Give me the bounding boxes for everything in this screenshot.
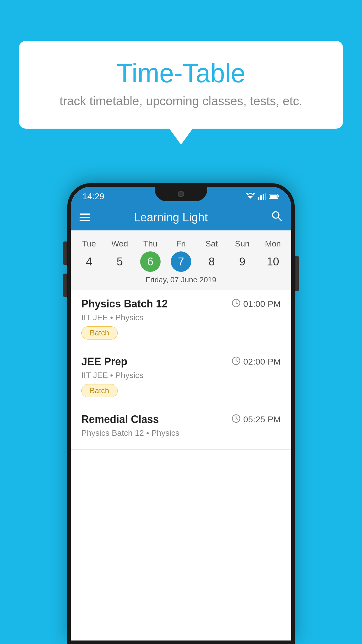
- day-header-6: Mon: [258, 236, 288, 251]
- day-header-1: Wed: [104, 236, 135, 251]
- phone-notch: [155, 187, 207, 201]
- svg-rect-4: [265, 193, 266, 200]
- svg-line-9: [278, 217, 281, 220]
- volume-up-button[interactable]: [63, 242, 67, 265]
- schedule-container: Physics Batch 12 01:00 PM IIT JEE • Phys…: [71, 290, 291, 450]
- schedule-item-title-1: JEE Prep: [81, 356, 127, 368]
- status-icons: [246, 193, 280, 200]
- selected-date-label: Friday, 07 June 2019: [71, 272, 291, 290]
- calendar-day-9[interactable]: 9: [232, 251, 252, 272]
- calendar-day-4[interactable]: 4: [79, 251, 99, 272]
- front-camera: [178, 191, 184, 197]
- status-time: 14:29: [82, 191, 104, 201]
- calendar-day-10[interactable]: 10: [263, 251, 283, 272]
- speech-bubble-subtitle: track timetable, upcoming classes, tests…: [42, 94, 320, 108]
- schedule-item-time-1: 02:00 PM: [232, 356, 281, 367]
- calendar-day-8[interactable]: 8: [201, 251, 222, 272]
- day-headers: Tue Wed Thu Fri Sat Sun Mon: [71, 236, 291, 251]
- schedule-item-subtitle-0: IIT JEE • Physics: [81, 313, 281, 322]
- day-header-2: Thu: [135, 236, 166, 251]
- app-title: Learning Light: [99, 211, 243, 224]
- svg-rect-2: [260, 195, 262, 200]
- batch-badge-1: Batch: [81, 384, 118, 397]
- schedule-item-time-2: 05:25 PM: [232, 414, 281, 425]
- battery-icon: [269, 193, 280, 199]
- schedule-item-time-0: 01:00 PM: [232, 299, 281, 309]
- clock-icon-0: [232, 299, 240, 309]
- calendar-day-7[interactable]: 7: [171, 251, 191, 272]
- svg-line-15: [236, 361, 238, 362]
- schedule-item-1[interactable]: JEE Prep 02:00 PM IIT JEE • Physics: [71, 347, 291, 405]
- svg-marker-0: [248, 196, 253, 199]
- svg-rect-6: [278, 195, 279, 197]
- calendar-strip: Tue Wed Thu Fri Sat Sun Mon 4 5 6 7 8 9 …: [71, 230, 291, 290]
- day-numbers: 4 5 6 7 8 9 10: [71, 251, 291, 272]
- clock-icon-1: [232, 356, 240, 367]
- volume-down-button[interactable]: [63, 274, 67, 297]
- schedule-item-2[interactable]: Remedial Class 05:25 PM Physics Batch 12…: [71, 405, 291, 450]
- signal-icon: [258, 193, 266, 200]
- day-header-5: Sun: [227, 236, 258, 251]
- schedule-item-0[interactable]: Physics Batch 12 01:00 PM IIT JEE • Phys…: [71, 290, 291, 347]
- svg-rect-7: [270, 195, 277, 198]
- hamburger-menu-button[interactable]: [80, 214, 90, 221]
- svg-rect-3: [263, 194, 264, 200]
- phone-frame: 14:29: [67, 183, 295, 644]
- schedule-item-subtitle-2: Physics Batch 12 • Physics: [81, 428, 281, 438]
- day-header-0: Tue: [74, 236, 104, 251]
- schedule-item-subtitle-1: IIT JEE • Physics: [81, 371, 281, 380]
- phone-screen: 14:29: [71, 187, 291, 640]
- app-bar: Learning Light: [71, 204, 291, 230]
- calendar-day-6[interactable]: 6: [140, 251, 161, 272]
- power-button[interactable]: [295, 256, 299, 291]
- day-header-3: Fri: [166, 236, 196, 251]
- speech-bubble-title: Time-Table: [42, 58, 320, 88]
- clock-icon-2: [232, 414, 240, 425]
- svg-line-18: [236, 419, 238, 419]
- speech-bubble-container: Time-Table track timetable, upcoming cla…: [19, 41, 343, 145]
- schedule-item-header-2: Remedial Class 05:25 PM: [81, 413, 281, 426]
- batch-badge-0: Batch: [81, 326, 118, 340]
- svg-line-12: [236, 303, 238, 304]
- speech-bubble-pointer: [169, 129, 193, 145]
- schedule-item-title-2: Remedial Class: [81, 413, 159, 426]
- schedule-item-header-0: Physics Batch 12 01:00 PM: [81, 298, 281, 310]
- schedule-item-title-0: Physics Batch 12: [81, 298, 168, 310]
- schedule-item-header-1: JEE Prep 02:00 PM: [81, 356, 281, 368]
- wifi-icon: [246, 193, 255, 200]
- search-button[interactable]: [271, 210, 282, 225]
- speech-bubble: Time-Table track timetable, upcoming cla…: [19, 41, 343, 129]
- svg-rect-1: [258, 197, 259, 200]
- day-header-4: Sat: [196, 236, 227, 251]
- calendar-day-5[interactable]: 5: [110, 251, 130, 272]
